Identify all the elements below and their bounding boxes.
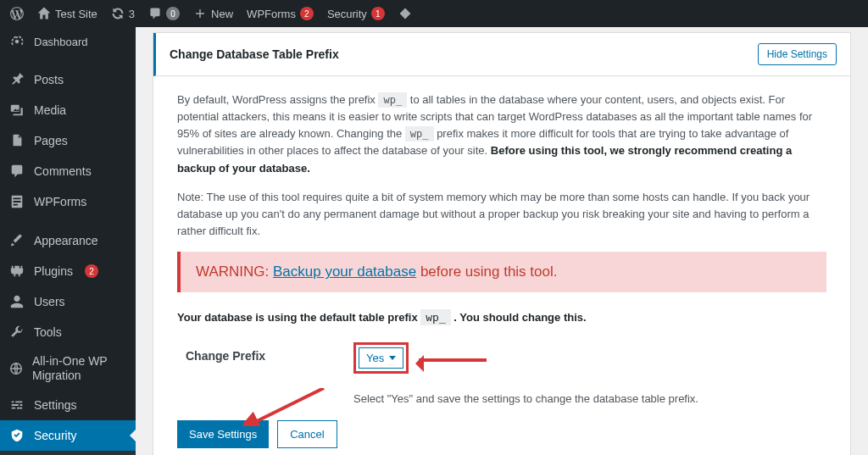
- security-submenu: Settings Security Check: [0, 451, 136, 455]
- sidebar-item-tools[interactable]: Tools: [0, 317, 136, 347]
- chevron-down-icon: [389, 356, 396, 360]
- sidebar-item-migration[interactable]: All-in-One WP Migration: [0, 347, 136, 390]
- brush-icon: [8, 232, 25, 249]
- select-value: Yes: [366, 352, 384, 364]
- sidebar-item-label: Posts: [34, 73, 64, 86]
- panel-head: Change Database Table Prefix Hide Settin…: [153, 33, 850, 76]
- plus-icon: [193, 7, 207, 20]
- sidebar-item-plugins[interactable]: Plugins 2: [0, 256, 136, 286]
- shield-icon: [8, 427, 25, 444]
- pin-icon: [8, 71, 25, 88]
- user-icon: [8, 293, 25, 310]
- prefix-code: wp_: [378, 92, 407, 108]
- sidebar-item-label: Plugins: [34, 264, 73, 278]
- globe-icon: [8, 360, 24, 377]
- updates-count: 3: [129, 8, 135, 20]
- prefix-code: wp_: [405, 126, 434, 141]
- panel-description: By default, WordPress assigns the prefix…: [177, 92, 826, 177]
- security-count: 1: [371, 7, 385, 20]
- wpforms-label: WPForms: [247, 8, 296, 20]
- sidebar-item-settings[interactable]: Settings: [0, 390, 136, 420]
- helper-text: Select "Yes" and save the settings to ch…: [353, 392, 826, 405]
- sidebar-item-label: Settings: [34, 398, 77, 412]
- plugin-icon: [8, 263, 25, 280]
- wp-logo[interactable]: [3, 0, 31, 27]
- sidebar-item-appearance[interactable]: Appearance: [0, 225, 136, 256]
- main-content: Change Database Table Prefix Hide Settin…: [136, 27, 868, 455]
- setting-label: Change Prefix: [177, 342, 338, 363]
- submenu-settings[interactable]: Settings: [0, 451, 136, 455]
- panel-title: Change Database Table Prefix: [170, 47, 339, 61]
- sidebar-item-media[interactable]: Media: [0, 95, 136, 125]
- wordpress-icon: [10, 7, 24, 20]
- sidebar-item-wpforms[interactable]: WPForms: [0, 186, 136, 217]
- admin-bar: Test Site 3 0 New WPForms 2 Security 1: [0, 0, 868, 27]
- comment-icon: [148, 7, 162, 20]
- change-prefix-select[interactable]: Yes: [359, 347, 403, 369]
- adminbar-diamond[interactable]: [392, 0, 419, 27]
- hide-settings-button[interactable]: Hide Settings: [758, 43, 837, 65]
- sidebar-item-label: Tools: [34, 325, 62, 339]
- sidebar-item-security[interactable]: Security: [0, 420, 136, 451]
- sidebar-item-label: Users: [34, 295, 65, 308]
- dashboard-icon: [8, 33, 25, 50]
- page-icon: [8, 132, 25, 149]
- admin-sidebar: Dashboard Posts Media Pages Comments WPF…: [0, 27, 136, 455]
- prefix-code: wp_: [420, 309, 450, 325]
- wpforms-count: 2: [300, 7, 314, 20]
- site-name[interactable]: Test Site: [31, 0, 104, 27]
- status-line: Your database is using the default table…: [177, 311, 826, 324]
- sidebar-item-label: Dashboard: [34, 36, 88, 48]
- security-label: Security: [327, 8, 367, 20]
- sidebar-item-label: Security: [34, 429, 77, 442]
- sidebar-item-posts[interactable]: Posts: [0, 64, 136, 95]
- sidebar-item-pages[interactable]: Pages: [0, 125, 136, 156]
- wrench-icon: [8, 324, 25, 341]
- updates[interactable]: 3: [104, 0, 142, 27]
- sidebar-item-comments[interactable]: Comments: [0, 156, 136, 186]
- comment-icon: [8, 163, 25, 180]
- sidebar-item-users[interactable]: Users: [0, 286, 136, 317]
- adminbar-security[interactable]: Security 1: [320, 0, 392, 27]
- sidebar-item-label: Pages: [34, 134, 68, 147]
- backup-link[interactable]: Backup your database: [273, 264, 416, 280]
- site-title: Test Site: [55, 8, 97, 20]
- form-icon: [8, 193, 25, 210]
- sidebar-item-label: WPForms: [34, 195, 86, 208]
- panel-note: Note: The use of this tool requires quit…: [177, 189, 826, 240]
- sidebar-item-label: All-in-One WP Migration: [32, 354, 127, 383]
- update-icon: [111, 7, 125, 20]
- sidebar-item-label: Comments: [34, 164, 92, 178]
- home-icon: [37, 7, 51, 20]
- save-settings-button[interactable]: Save Settings: [177, 420, 269, 448]
- plugins-badge: 2: [85, 264, 98, 278]
- annotation-arrow: [419, 358, 487, 362]
- sidebar-item-label: Appearance: [34, 234, 98, 247]
- warning-box: WARNING: Backup your database before usi…: [177, 252, 826, 292]
- comments[interactable]: 0: [142, 0, 186, 27]
- comments-count: 0: [166, 7, 180, 20]
- diamond-icon: [398, 7, 412, 20]
- sidebar-item-label: Media: [34, 103, 66, 117]
- adminbar-wpforms[interactable]: WPForms 2: [240, 0, 320, 27]
- new-content[interactable]: New: [186, 0, 240, 27]
- new-label: New: [211, 8, 233, 20]
- sidebar-item-dashboard[interactable]: Dashboard: [0, 27, 136, 56]
- media-icon: [8, 102, 25, 119]
- cancel-button[interactable]: Cancel: [277, 420, 337, 448]
- annotation-highlight: Yes: [353, 342, 409, 374]
- settings-panel: Change Database Table Prefix Hide Settin…: [153, 32, 851, 455]
- sliders-icon: [8, 397, 25, 413]
